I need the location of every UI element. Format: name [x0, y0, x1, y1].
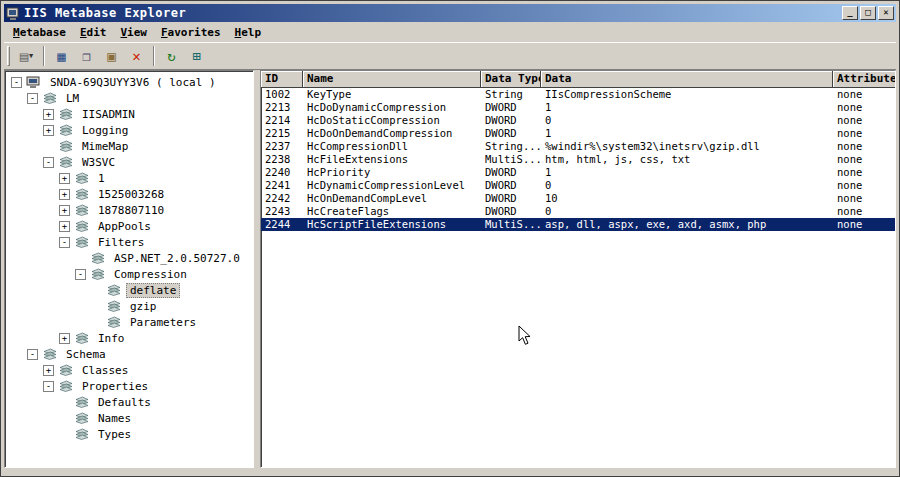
toolbar-separator: [153, 46, 155, 66]
tree-node-w3svc[interactable]: -W3SVC: [7, 154, 253, 170]
tree-indent: [91, 285, 102, 296]
tree-node-label: 1878807110: [94, 203, 168, 218]
table-row-1002[interactable]: 1002KeyTypeStringIIsCompressionSchemenon…: [261, 88, 895, 101]
cell-data-type: MultiS...: [481, 218, 541, 231]
menu-item-edit[interactable]: Edit: [73, 24, 114, 41]
tree-node-snda-69q3uyy3v6-local[interactable]: -SNDA-69Q3UYY3V6 ( local ): [7, 74, 253, 90]
metabase-node-icon: [106, 300, 122, 313]
new-record-button[interactable]: ▤▼: [14, 45, 39, 68]
expand-icon[interactable]: +: [43, 125, 54, 136]
column-header-data[interactable]: Data: [541, 71, 833, 88]
expand-icon[interactable]: +: [59, 173, 70, 184]
collapse-icon[interactable]: -: [27, 349, 38, 360]
metabase-node-icon: [74, 204, 90, 217]
tree-node-1525003268[interactable]: +1525003268: [7, 186, 253, 202]
expand-icon[interactable]: +: [59, 333, 70, 344]
tree-node-parameters[interactable]: Parameters: [7, 314, 253, 330]
cell-data-type: String: [481, 88, 541, 101]
expand-icon[interactable]: +: [59, 189, 70, 200]
collapse-icon[interactable]: -: [11, 77, 22, 88]
tree-node-label: Types: [94, 427, 135, 442]
cell-id: 2244: [261, 218, 303, 231]
tree-node-lm[interactable]: -LM: [7, 90, 253, 106]
expand-icon[interactable]: +: [59, 205, 70, 216]
network-button[interactable]: ⊞: [184, 45, 209, 68]
tree-node-properties[interactable]: -Properties: [7, 378, 253, 394]
metabase-node-icon: [74, 428, 90, 441]
column-header-name[interactable]: Name: [303, 71, 481, 88]
cell-data: IIsCompressionScheme: [541, 88, 833, 101]
menu-item-help[interactable]: Help: [228, 24, 269, 41]
cell-name: HcOnDemandCompLevel: [303, 192, 481, 205]
table-row-2213[interactable]: 2213HcDoDynamicCompressionDWORD1none: [261, 101, 895, 114]
table-row-2237[interactable]: 2237HcCompressionDllString...%windir%\sy…: [261, 140, 895, 153]
tree-indent: [91, 317, 102, 328]
metabase-node-icon: [74, 396, 90, 409]
collapse-icon[interactable]: -: [43, 381, 54, 392]
cell-data: 1: [541, 127, 833, 140]
column-header-attributes[interactable]: Attributes: [833, 71, 895, 88]
menu-item-favorites[interactable]: Favorites: [154, 24, 228, 41]
tree-node-label: Logging: [78, 123, 132, 138]
tree-node-compression[interactable]: -Compression: [7, 266, 253, 282]
cell-data-type: DWORD: [481, 127, 541, 140]
cell-data: 1: [541, 166, 833, 179]
expand-icon[interactable]: +: [43, 109, 54, 120]
collapse-icon[interactable]: -: [59, 237, 70, 248]
tree-node-logging[interactable]: +Logging: [7, 122, 253, 138]
collapse-icon[interactable]: -: [27, 93, 38, 104]
tree-node-filters[interactable]: -Filters: [7, 234, 253, 250]
expand-icon[interactable]: +: [43, 365, 54, 376]
tree-node-1[interactable]: +1: [7, 170, 253, 186]
collapse-icon[interactable]: -: [43, 157, 54, 168]
tree-node-info[interactable]: +Info: [7, 330, 253, 346]
title-bar[interactable]: IIS Metabase Explorer _ □ ✕: [4, 4, 896, 22]
tree-indent: [75, 253, 86, 264]
tree-node-label: Parameters: [126, 315, 200, 330]
cell-id: 2240: [261, 166, 303, 179]
column-header-id[interactable]: ID: [261, 71, 303, 88]
tree-node-iisadmin[interactable]: +IISADMIN: [7, 106, 253, 122]
table-row-2242[interactable]: 2242HcOnDemandCompLevelDWORD10none: [261, 192, 895, 205]
metabase-node-icon: [74, 172, 90, 185]
table-row-2214[interactable]: 2214HcDoStaticCompressionDWORD0none: [261, 114, 895, 127]
table-row-2238[interactable]: 2238HcFileExtensionsMultiS...htm, html, …: [261, 153, 895, 166]
tree-node-names[interactable]: Names: [7, 410, 253, 426]
collapse-icon[interactable]: -: [75, 269, 86, 280]
copy-button[interactable]: ❐: [74, 45, 99, 68]
close-button[interactable]: ✕: [878, 6, 894, 20]
tree-node-1878807110[interactable]: +1878807110: [7, 202, 253, 218]
cell-name: HcDoDynamicCompression: [303, 101, 481, 114]
expand-icon[interactable]: +: [59, 221, 70, 232]
dropdown-caret-icon[interactable]: ▼: [29, 52, 33, 60]
column-header-data-type[interactable]: Data Type: [481, 71, 541, 88]
table-row-2241[interactable]: 2241HcDynamicCompressionLevelDWORD0none: [261, 179, 895, 192]
tree-node-mimemap[interactable]: MimeMap: [7, 138, 253, 154]
metabase-node-icon: [74, 220, 90, 233]
toolbar-grip[interactable]: [7, 46, 10, 66]
tree-node-gzip[interactable]: gzip: [7, 298, 253, 314]
metabase-node-icon: [58, 156, 74, 169]
client-area: -SNDA-69Q3UYY3V6 ( local )-LM+IISADMIN+L…: [4, 70, 896, 468]
tree-indent: [59, 397, 70, 408]
metabase-node-icon: [42, 92, 58, 105]
table-row-2215[interactable]: 2215HcDoOnDemandCompressionDWORD1none: [261, 127, 895, 140]
minimize-button[interactable]: _: [842, 6, 858, 20]
save-button[interactable]: ▦: [49, 45, 74, 68]
tree-node-defaults[interactable]: Defaults: [7, 394, 253, 410]
tree-node-apppools[interactable]: +AppPools: [7, 218, 253, 234]
tree-node-asp-net-2-0-50727-0[interactable]: ASP.NET_2.0.50727.0: [7, 250, 253, 266]
menu-item-view[interactable]: View: [113, 24, 154, 41]
maximize-button[interactable]: □: [860, 6, 876, 20]
table-row-2243[interactable]: 2243HcCreateFlagsDWORD0none: [261, 205, 895, 218]
tree-node-classes[interactable]: +Classes: [7, 362, 253, 378]
delete-button[interactable]: ✕: [124, 45, 149, 68]
paste-button[interactable]: ▣: [99, 45, 124, 68]
refresh-button[interactable]: ↻: [159, 45, 184, 68]
table-row-2244[interactable]: 2244HcScriptFileExtensionsMultiS...asp, …: [261, 218, 895, 231]
table-row-2240[interactable]: 2240HcPriorityDWORD1none: [261, 166, 895, 179]
menu-item-metabase[interactable]: Metabase: [6, 24, 73, 41]
tree-node-types[interactable]: Types: [7, 426, 253, 442]
tree-node-schema[interactable]: -Schema: [7, 346, 253, 362]
tree-node-deflate[interactable]: deflate: [7, 282, 253, 298]
